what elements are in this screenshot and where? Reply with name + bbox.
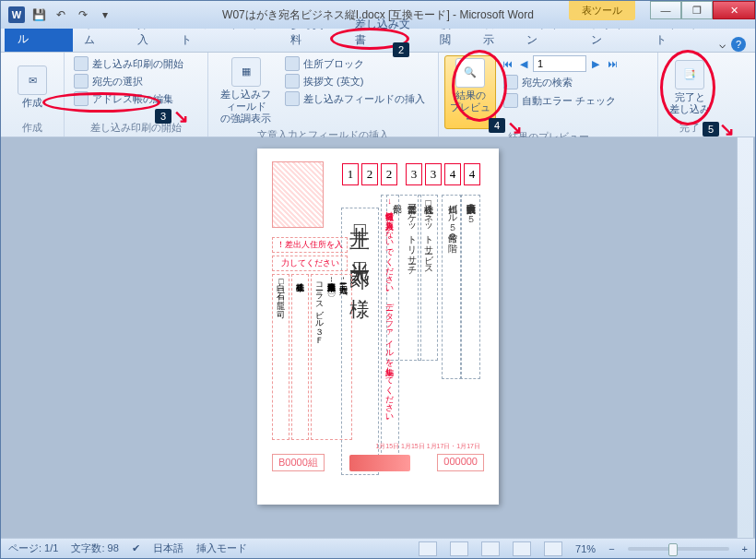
- callout-arrow-4: ↘: [507, 116, 523, 138]
- mergefield-icon: [285, 91, 300, 106]
- next-record-button[interactable]: ▶: [588, 56, 603, 71]
- close-button[interactable]: ✕: [713, 1, 755, 19]
- footer-codes: B0000組 000000: [272, 454, 484, 471]
- warning-text: →宛名情報は直接入力しないでください。データファイルを編集してください。: [381, 195, 399, 462]
- zoom-level[interactable]: 71%: [575, 543, 596, 554]
- last-record-button[interactable]: ⏭: [605, 56, 620, 71]
- start-mailmerge-button[interactable]: 差し込み印刷の開始: [70, 55, 187, 72]
- sender-warn-2: 力してください: [272, 256, 348, 271]
- collapse-ribbon-icon[interactable]: ⌵: [719, 38, 726, 51]
- status-proofing-icon[interactable]: ✔: [132, 542, 140, 554]
- page: 1 2 2 3 3 4 4 大阪市中央区西天満３-５ 鶴川ビル５号館２階 株式会…: [257, 149, 499, 505]
- sender-company[interactable]: 千葉株式会社: [291, 274, 309, 440]
- save-icon[interactable]: 💾: [29, 5, 49, 25]
- select-recipients-button[interactable]: 宛先の選択: [70, 73, 187, 89]
- minimize-button[interactable]: —: [650, 1, 681, 19]
- status-language[interactable]: 日本語: [153, 541, 183, 555]
- group-write-insert-fields: ▦ 差し込みフィールド の強調表示 住所ブロック 挨拶文 (英文) 差し込みフィ…: [208, 53, 439, 137]
- vertical-scrollbar[interactable]: [737, 137, 753, 538]
- magnifier-icon: 🔍: [455, 58, 485, 88]
- auto-check-errors-button[interactable]: 自動エラー チェック: [500, 92, 620, 109]
- document-area[interactable]: 1 2 2 3 3 4 4 大阪市中央区西天満３-５ 鶴川ビル５号館２階 株式会…: [1, 137, 755, 538]
- finish-merge-button[interactable]: 📑 完了と 差し込み: [664, 55, 715, 120]
- insert-mergefield-button[interactable]: 差し込みフィールドの挿入: [281, 90, 429, 107]
- create-button[interactable]: ✉ 作成: [6, 55, 58, 120]
- tab-mailings[interactable]: 差し込み文書: [344, 13, 430, 52]
- ribbon-tabs: ファイル ホーム 挿入 ページ レイアウト 参考資料 差し込み文書 校閲 表示 …: [1, 29, 755, 53]
- qat-more-icon[interactable]: ▾: [95, 5, 115, 25]
- view-web-button[interactable]: [481, 541, 500, 556]
- view-outline-button[interactable]: [513, 541, 531, 556]
- view-draft-button[interactable]: [544, 541, 562, 556]
- zoom-out-button[interactable]: −: [608, 543, 614, 554]
- view-fullscreen-button[interactable]: [450, 541, 468, 556]
- zoom-slider[interactable]: [628, 547, 729, 551]
- recipient-address-1[interactable]: 大阪市中央区西天満３-５: [460, 195, 480, 379]
- first-record-button[interactable]: ⏮: [500, 56, 514, 71]
- check-icon: [503, 93, 518, 108]
- sender-name[interactable]: 白□石□龍□司: [272, 274, 289, 440]
- addressbook-icon: [74, 91, 89, 106]
- callout-num-5: 5: [703, 122, 719, 137]
- callout-arrow-3: ↘: [173, 105, 189, 127]
- record-navigator: ⏮ ◀ ▶ ⏭: [500, 55, 620, 72]
- help-icon[interactable]: ?: [731, 37, 746, 52]
- addressblock-icon: [285, 56, 300, 71]
- status-page[interactable]: ページ: 1/1: [8, 541, 58, 555]
- edit-addressbook-button[interactable]: アドレス帳の編集: [70, 90, 187, 107]
- statusbar: ページ: 1/1 文字数: 98 ✔ 日本語 挿入モード 71% − +: [1, 538, 755, 558]
- ribbon: ✉ 作成 作成 差し込み印刷の開始 宛先の選択 アドレス帳の編集 差し込み印刷の…: [1, 53, 755, 137]
- finish-icon: 📑: [675, 60, 704, 89]
- sender-address[interactable]: 〒二二三-四五六七 千葉県木更津市清見台東〇-〇-〇 コーラスビル３Ｆ: [311, 274, 352, 440]
- postcode-boxes: 1 2 2 3 3 4 4: [342, 163, 480, 185]
- group-create: ✉ 作成 作成: [1, 53, 65, 137]
- highlight-fields-button[interactable]: ▦ 差し込みフィールド の強調表示: [214, 55, 278, 127]
- recipients-icon: [74, 74, 89, 89]
- greeting-icon: [285, 74, 300, 89]
- context-tab-tabletools: 表ツール: [569, 1, 635, 20]
- word-icon[interactable]: W: [6, 5, 27, 25]
- recipient-address-2[interactable]: 鶴川ビル５号館２階: [442, 195, 462, 379]
- find-recipient-button[interactable]: 宛先の検索: [500, 74, 620, 90]
- status-insertmode[interactable]: 挿入モード: [196, 541, 247, 555]
- stamp-area: [272, 161, 324, 228]
- sender-warn-1: ！差出人住所を入: [272, 237, 348, 253]
- highlight-icon: ▦: [231, 57, 261, 87]
- zoom-in-button[interactable]: +: [742, 543, 748, 554]
- sender-block: ！差出人住所を入 力してください 白□石□龍□司 千葉株式会社 〒二二三-四五六…: [272, 237, 348, 440]
- maximize-button[interactable]: ❐: [681, 1, 713, 19]
- group-preview-results: 🔍 結果の プレビュー ⏮ ◀ ▶ ⏭ 宛先の検索 自動エラー チェック 結果の…: [439, 53, 658, 137]
- footer-left-code: B0000組: [272, 454, 325, 471]
- footer-dates: 1月15日 1月15日 1月17日・1月17日: [375, 442, 480, 451]
- prev-record-button[interactable]: ◀: [516, 56, 531, 71]
- find-icon: [503, 75, 518, 89]
- mailmerge-icon: [74, 56, 89, 71]
- redo-icon[interactable]: ↷: [73, 5, 93, 25]
- footer-right-code: 000000: [437, 454, 484, 471]
- callout-num-4: 4: [489, 118, 505, 133]
- view-printlayout-button[interactable]: [419, 541, 437, 556]
- callout-num-3: 3: [155, 109, 171, 124]
- callout-num-2: 2: [393, 42, 409, 57]
- quick-access-toolbar: W 💾 ↶ ↷ ▾: [1, 5, 121, 25]
- greeting-line-button[interactable]: 挨拶文 (英文): [281, 73, 429, 89]
- envelope-icon: ✉: [18, 65, 47, 95]
- status-wordcount[interactable]: 文字数: 98: [71, 541, 118, 555]
- undo-icon[interactable]: ↶: [51, 5, 71, 25]
- address-block-button[interactable]: 住所ブロック: [281, 55, 429, 72]
- record-number-input[interactable]: [533, 55, 586, 72]
